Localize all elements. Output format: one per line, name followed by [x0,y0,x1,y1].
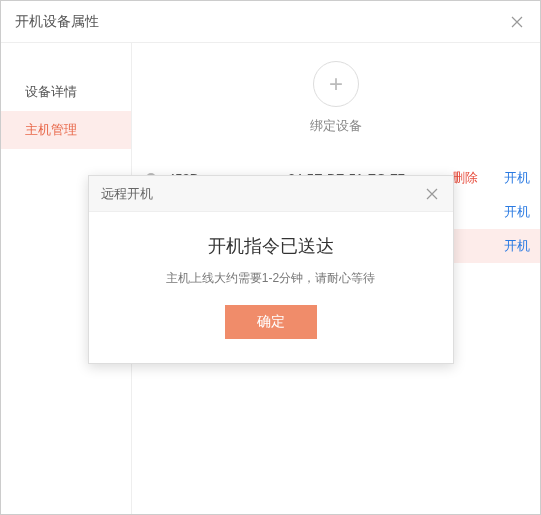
modal-body: 开机指令已送达 主机上线大约需要1-2分钟，请耐心等待 确定 [89,212,453,363]
window: 开机设备属性 设备详情 主机管理 + 绑定设备 453D [0,0,541,515]
close-icon[interactable] [423,185,441,203]
modal-header: 远程开机 [89,176,453,212]
modal-text: 主机上线大约需要1-2分钟，请耐心等待 [109,270,433,287]
modal-overlay: 远程开机 开机指令已送达 主机上线大约需要1-2分钟，请耐心等待 确定 [1,1,540,514]
modal-title: 远程开机 [101,185,153,203]
modal-heading: 开机指令已送达 [109,234,433,258]
ok-button[interactable]: 确定 [225,305,317,339]
modal: 远程开机 开机指令已送达 主机上线大约需要1-2分钟，请耐心等待 确定 [88,175,454,364]
